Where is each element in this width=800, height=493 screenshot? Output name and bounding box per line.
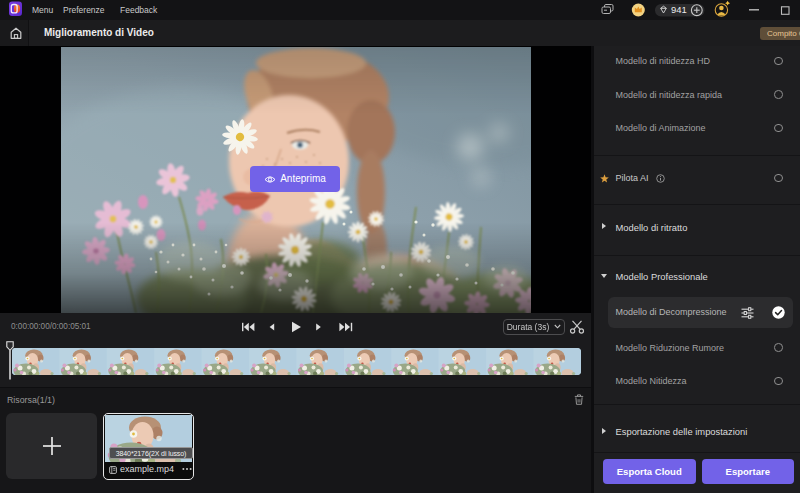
- svg-text:941: 941: [671, 4, 687, 15]
